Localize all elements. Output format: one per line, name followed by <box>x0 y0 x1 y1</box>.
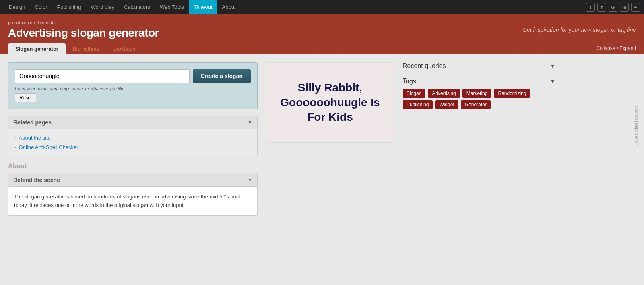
nav-design[interactable]: Design <box>4 0 30 14</box>
nav-color[interactable]: Color <box>30 0 52 14</box>
rotated-contact-text: Contact | Report error <box>634 106 639 145</box>
right-column: Recent queries ▼ Tags ▼ Slogan Advertisi… <box>402 62 555 222</box>
top-navigation: Design Color Publishing Word play Calcul… <box>0 0 644 14</box>
recent-queries-header: Recent queries ▼ <box>402 62 555 70</box>
generator-box: Create a slogan Enter your name, your do… <box>8 62 258 109</box>
create-slogan-button[interactable]: Create a slogan <box>193 69 251 83</box>
tabs-bar: Slogan generator Biorhythms BioMatch <box>8 43 636 54</box>
related-pages-chevron: ▼ <box>248 120 252 125</box>
tags-container: Slogan Advertising Marketing Randomizing… <box>402 89 555 109</box>
breadcrumb: procato.com » Timeout » <box>8 20 636 25</box>
behind-scene-section: Behind the scene ▼ The slogan generator … <box>8 173 258 216</box>
tag-widget[interactable]: Widget <box>435 100 458 109</box>
main-content: Create a slogan Enter your name, your do… <box>0 54 564 230</box>
tab-biorhythms[interactable]: Biorhythms <box>66 43 106 54</box>
social-icons: t f G in + <box>586 3 640 12</box>
tab-slogan-generator[interactable]: Slogan generator <box>8 43 66 54</box>
nav-timeout[interactable]: Timeout <box>189 0 217 14</box>
related-link-antispell[interactable]: Online Anti-Spell Checker <box>15 142 251 152</box>
tags-dropdown[interactable]: ▼ <box>550 78 555 85</box>
related-pages-section: Related pages ▼ About the site Online An… <box>8 116 258 156</box>
tag-advertising[interactable]: Advertising <box>428 89 460 98</box>
facebook-icon[interactable]: f <box>597 3 606 12</box>
left-column: Create a slogan Enter your name, your do… <box>8 62 258 222</box>
separator: • <box>617 45 618 51</box>
tag-publishing[interactable]: Publishing <box>402 100 433 109</box>
slogan-display: Silly Rabbit,Goooooohuugle IsFor Kids <box>266 62 394 143</box>
linkedin-icon[interactable]: in <box>620 3 629 12</box>
tag-slogan[interactable]: Slogan <box>402 89 425 98</box>
collapse-expand-control[interactable]: Collapse • Expand <box>597 45 636 51</box>
center-column: Silly Rabbit,Goooooohuugle IsFor Kids <box>266 62 394 222</box>
related-link-about-site[interactable]: About the site <box>15 133 251 142</box>
nav-calculators[interactable]: Calculators <box>119 0 155 14</box>
behind-scene-header[interactable]: Behind the scene ▼ <box>8 173 258 187</box>
plus-icon[interactable]: + <box>631 3 640 12</box>
googleplus-icon[interactable]: G <box>609 3 617 12</box>
tab-biomatch[interactable]: BioMatch <box>106 43 142 54</box>
tags-title: Tags <box>402 78 416 85</box>
tag-randomizing[interactable]: Randomizing <box>494 89 530 98</box>
related-pages-title: Related pages <box>13 119 52 126</box>
nav-wordplay[interactable]: Word play <box>86 0 119 14</box>
reset-button[interactable]: Reset <box>15 93 36 102</box>
recent-queries-title: Recent queries <box>402 62 446 70</box>
tag-marketing[interactable]: Marketing <box>462 89 492 98</box>
related-pages-content: About the site Online Anti-Spell Checker <box>8 129 258 156</box>
nav-webtools[interactable]: Web Tools <box>155 0 189 14</box>
slogan-input[interactable] <box>15 69 190 83</box>
tags-header: Tags ▼ <box>402 78 555 85</box>
header-banner: procato.com » Timeout » Advertising slog… <box>0 14 644 54</box>
hint-text: Enter your name, your dog's name, or wha… <box>15 86 251 91</box>
tag-generator[interactable]: Generator <box>461 100 491 109</box>
behind-scene-title: Behind the scene <box>13 177 60 183</box>
behind-scene-content: The slogan generator is based on hundred… <box>8 187 258 216</box>
related-pages-header[interactable]: Related pages ▼ <box>8 116 258 129</box>
tags-section: Tags ▼ Slogan Advertising Marketing Rand… <box>402 78 555 109</box>
expand-label: Expand <box>619 45 636 51</box>
nav-publishing[interactable]: Publishing <box>52 0 86 14</box>
twitter-icon[interactable]: t <box>586 3 595 12</box>
slogan-result-text: Silly Rabbit,Goooooohuugle IsFor Kids <box>280 81 380 124</box>
about-label: About <box>8 163 258 170</box>
recent-queries-dropdown[interactable]: ▼ <box>550 63 555 69</box>
input-row: Create a slogan <box>15 69 251 83</box>
collapse-label: Collapse <box>597 45 615 51</box>
behind-scene-chevron: ▼ <box>248 177 252 183</box>
nav-about[interactable]: About <box>217 0 241 14</box>
tagline: Get inspiration for your new slogan or t… <box>522 27 636 33</box>
